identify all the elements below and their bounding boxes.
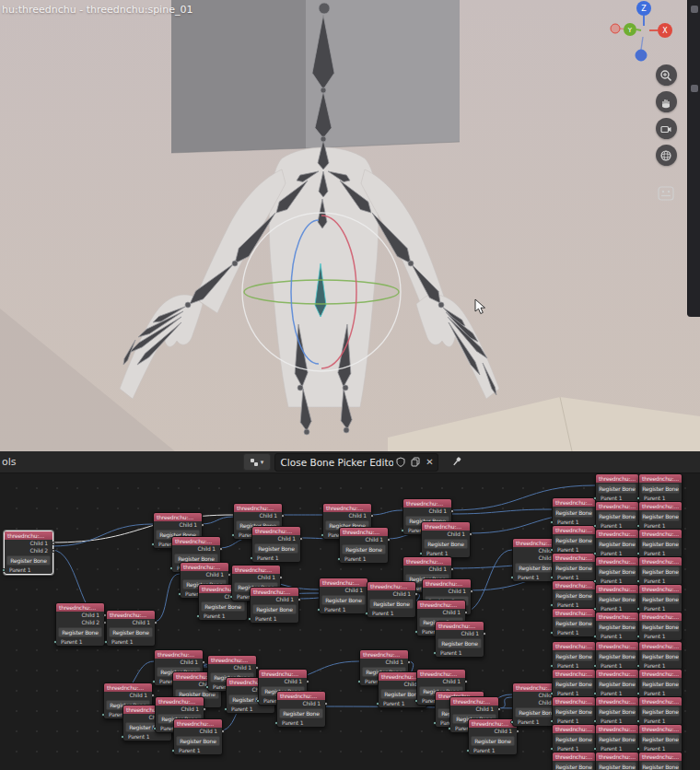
socket[interactable] <box>636 664 640 668</box>
graph-node[interactable]: threednchu:…Register BoneParent 1 <box>595 556 639 586</box>
register-bone-button[interactable]: Register Bone <box>254 543 298 554</box>
3d-viewport[interactable]: hu:threednchu - threednchu:spine_01 Z Y … <box>0 0 700 451</box>
register-bone-button[interactable]: Register Bone <box>554 679 593 689</box>
node-editor[interactable]: threednchu:…Child 1Child 2Register BoneP… <box>0 451 700 770</box>
socket[interactable] <box>550 631 554 635</box>
register-bone-button[interactable]: Register Bone <box>641 484 680 494</box>
register-bone-button[interactable]: Register Bone <box>279 708 323 718</box>
register-bone-button[interactable]: Register Bone <box>554 706 593 717</box>
bone-joint[interactable] <box>304 429 309 435</box>
graph-node[interactable]: threednchu:…Register BoneParent 1 <box>638 501 682 531</box>
socket[interactable] <box>469 532 472 536</box>
graph-node[interactable]: threednchu:…Child 1Register BoneParent 1 <box>276 691 326 728</box>
graph-node[interactable]: threednchu:…Register BoneParent 1 <box>638 584 682 613</box>
socket[interactable] <box>203 707 206 711</box>
close-icon[interactable]: ✕ <box>423 457 438 467</box>
socket[interactable] <box>376 702 379 706</box>
register-bone-button[interactable]: Register Bone <box>554 535 593 545</box>
graph-node[interactable]: threednchu:…Register BoneParent 1 <box>552 553 596 582</box>
socket[interactable] <box>483 632 486 636</box>
axis-z-ball[interactable]: Z <box>636 1 651 16</box>
graph-node[interactable]: threednchu:…Child 1Register BoneParent 1 <box>435 621 484 658</box>
socket[interactable] <box>248 617 251 621</box>
register-bone-button[interactable]: Register Bone <box>598 734 636 744</box>
socket[interactable] <box>256 699 260 703</box>
register-bone-button[interactable]: Register Bone <box>342 544 386 554</box>
axis-neg-x-ball[interactable] <box>611 24 620 33</box>
register-bone-button[interactable]: Register Bone <box>6 555 51 566</box>
socket[interactable] <box>414 699 418 703</box>
socket[interactable] <box>593 635 597 638</box>
axis-neg-z-ball[interactable] <box>636 50 647 61</box>
socket[interactable] <box>229 595 233 599</box>
socket[interactable] <box>337 557 341 561</box>
socket[interactable] <box>151 694 155 697</box>
graph-node[interactable]: threednchu:…Child 1Register BoneParent 1 <box>421 521 471 558</box>
bone-joint[interactable] <box>343 385 348 391</box>
pin-icon[interactable] <box>451 456 463 468</box>
socket[interactable] <box>250 556 253 560</box>
register-bone-button[interactable]: Register Bone <box>598 622 636 632</box>
socket[interactable] <box>593 692 597 695</box>
graph-node[interactable]: threednchu:…Child 1Register BoneParent 1 <box>251 526 301 563</box>
graph-node[interactable]: threednchu:…Register BoneParent 1 <box>638 724 682 753</box>
socket[interactable] <box>365 612 368 615</box>
graph-node[interactable]: threednchu:…Register BoneParent 1 <box>552 497 596 527</box>
socket[interactable] <box>470 589 473 593</box>
socket[interactable] <box>419 552 423 555</box>
socket[interactable] <box>202 660 205 664</box>
register-bone-button[interactable]: Register Bone <box>554 762 593 770</box>
socket[interactable] <box>151 542 155 546</box>
socket[interactable] <box>593 747 597 751</box>
register-bone-button[interactable]: Register Bone <box>321 595 366 605</box>
register-bone-button[interactable]: Register Bone <box>598 539 636 549</box>
register-bone-button[interactable]: Register Bone <box>554 734 593 744</box>
register-bone-button[interactable]: Register Bone <box>176 736 220 746</box>
socket[interactable] <box>464 611 468 614</box>
register-bone-button[interactable]: Register Bone <box>424 539 468 549</box>
graph-node[interactable]: threednchu:…Register BoneParent 1 <box>595 669 639 698</box>
graph-node[interactable]: threednchu:…Register BoneParent 1 <box>552 608 596 637</box>
socket[interactable] <box>550 664 554 668</box>
socket[interactable] <box>593 664 597 668</box>
socket[interactable] <box>153 727 157 730</box>
socket[interactable] <box>636 496 640 500</box>
register-bone-button[interactable]: Register Bone <box>641 511 680 521</box>
graph-node[interactable]: threednchu:…Child 1Register BoneParent 1 <box>339 527 389 564</box>
register-bone-button[interactable]: Register Bone <box>598 566 636 577</box>
graph-node[interactable]: threednchu:…Register BoneParent 1 <box>595 529 639 558</box>
graph-node[interactable]: threednchu:…Register BoneParent 1 <box>595 752 639 770</box>
sidebar-strip[interactable] <box>687 0 700 317</box>
socket[interactable] <box>154 621 158 624</box>
sidebar-tab-icon[interactable] <box>691 6 698 13</box>
socket[interactable] <box>281 514 285 518</box>
socket[interactable] <box>121 735 124 739</box>
register-bone-button[interactable]: Register Bone <box>554 590 593 601</box>
socket[interactable] <box>636 607 640 611</box>
socket[interactable] <box>407 660 411 664</box>
zoom-button[interactable] <box>656 64 677 86</box>
node-link[interactable] <box>52 524 153 546</box>
axis-x-ball[interactable]: X <box>658 23 672 38</box>
register-bone-button[interactable]: Register Bone <box>598 651 636 661</box>
register-bone-button[interactable]: Register Bone <box>641 679 680 689</box>
socket[interactable] <box>433 651 437 655</box>
bone-joint[interactable] <box>344 427 349 433</box>
graph-node[interactable]: threednchu:…Register BoneParent 1 <box>552 641 596 671</box>
socket[interactable] <box>357 680 361 683</box>
socket[interactable] <box>52 549 55 553</box>
fake-user-shield-icon[interactable] <box>393 457 408 467</box>
socket[interactable] <box>370 514 374 518</box>
register-bone-button[interactable]: Register Bone <box>554 618 593 628</box>
socket[interactable] <box>317 608 321 612</box>
bone-joint[interactable] <box>438 302 444 308</box>
socket[interactable] <box>593 579 597 583</box>
socket[interactable] <box>593 552 597 555</box>
socket[interactable] <box>550 719 554 723</box>
node-graph[interactable]: threednchu:…Child 1Child 2Register BoneP… <box>0 451 700 770</box>
graph-node[interactable]: threednchu:…Child 1Child 2Register BoneP… <box>4 531 53 575</box>
socket[interactable] <box>510 576 514 579</box>
socket[interactable] <box>510 720 514 724</box>
register-bone-button[interactable]: Register Bone <box>58 627 102 637</box>
socket[interactable] <box>387 538 391 542</box>
